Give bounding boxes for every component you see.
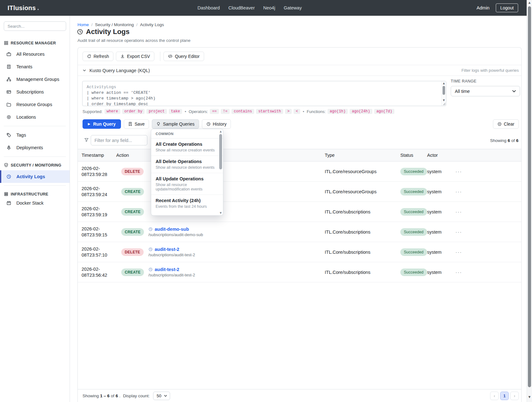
dropdown-item-all-delete[interactable]: All Delete Operations Show all resource … [151,156,223,173]
query-editor-button[interactable]: Query Editor [163,52,204,61]
sidebar-divider [4,126,66,126]
table-footer: Showing 1 – 6 of 6. Display count: 50 ‹ … [78,389,521,402]
logout-button[interactable]: Logout [496,3,518,12]
scroll-up-icon[interactable]: ▲ [219,130,222,133]
bullet-separator: • [185,109,186,114]
kql-query-textarea[interactable]: ActivityLogs | where action == 'CREATE' … [82,81,446,106]
topnav-neo4j[interactable]: Neo4j [263,5,275,10]
row-menu-button[interactable]: ··· [455,249,462,255]
col-status: Status [400,153,427,158]
kql-query-text: ActivityLogs | where action == 'CREATE' … [83,81,446,106]
scrollbar-thumb[interactable] [528,6,531,387]
sidebar-item-tenants[interactable]: Tenants [0,60,70,73]
dropdown-item-all-create[interactable]: All Create Operations Show all resource … [151,139,223,156]
sidebar-item-locations[interactable]: Locations [0,111,70,123]
scrollbar-thumb[interactable] [443,86,445,95]
breadcrumb-home[interactable]: Home [77,22,89,27]
topnav-gateway[interactable]: Gateway [284,5,302,10]
card-toolbar: Refresh Export CSV Query Editor [78,48,521,65]
save-query-button[interactable]: Save [124,119,149,129]
row-menu-button[interactable]: ··· [455,209,462,214]
chevron-down-icon [83,69,86,72]
refresh-button[interactable]: Refresh [83,52,113,61]
scroll-up-icon[interactable]: ▲ [527,1,532,4]
table-row: 2026-02-08T23:59:24 CREATE ITL.Core/reso… [78,182,521,202]
export-csv-button[interactable]: Export CSV [116,52,154,61]
sidebar-list: All Resources Tenants Management Groups … [0,48,70,154]
dropdown-item-title: All Update Operations [156,176,215,181]
resize-grip-icon[interactable] [442,102,446,105]
col-type: Type [325,153,400,158]
filter-input[interactable] [91,135,147,145]
footer-period: . [119,394,121,398]
topnav-cloudbeaver[interactable]: CloudBeaver [228,5,255,10]
run-query-button[interactable]: ▶ Run Query [83,119,121,129]
sidebar-item-management-groups[interactable]: Management Groups [0,73,70,86]
resource-link[interactable]: audit-test-2 [155,267,179,272]
kql-collapse-toggle[interactable]: Kusto Query Language (KQL) [83,68,150,73]
sidebar-item-subscriptions[interactable]: Subscriptions [0,86,70,98]
function-chip: ago(1h) [328,109,348,114]
dropdown-item-description: Show all resource deletion events [156,165,215,170]
resource-link[interactable]: audit-test-2 [155,247,179,252]
topnav-dashboard[interactable]: Dashboard [197,5,220,10]
clear-label: Clear [504,122,514,127]
shield-icon [4,163,9,167]
sample-queries-button[interactable]: Sample Queries [152,119,199,129]
dropdown-item-description: Show all resource update/modification ev… [156,183,215,191]
display-count-select[interactable]: 50 [153,392,170,400]
sidebar-item-label: Locations [16,115,36,120]
sidebar: RESOURCE MANAGER All Resources Tenants M… [0,16,70,402]
scroll-down-icon[interactable]: ▼ [219,212,222,214]
row-menu-button[interactable]: ··· [455,189,462,194]
dropdown-scrollbar[interactable]: ▲ ▼ [219,130,222,215]
next-page-button[interactable]: › [510,392,519,400]
action-badge: CREATE [121,208,144,216]
scroll-up-icon[interactable]: ▲ [442,82,446,85]
sidebar-item-all-resources[interactable]: All Resources [0,48,70,60]
cell-actor: system [427,209,455,214]
sidebar-search-input[interactable] [4,21,66,31]
dropdown-item-all-update[interactable]: All Update Operations Show all resource … [151,173,223,195]
row-menu-button[interactable]: ··· [455,269,462,275]
history-button[interactable]: History [202,119,231,129]
page-scrollbar[interactable]: ▲ ▼ [527,0,532,402]
sidebar-divider [4,156,66,157]
sidebar-item-tags[interactable]: Tags [0,129,70,141]
time-range-select[interactable]: All time [451,86,520,96]
kql-panel-header: Kusto Query Language (KQL) Filter logs w… [78,65,521,76]
activity-logs-page: ITlusions Dashboard CloudBeaver Neo4j Ga… [0,0,532,402]
resource-path: /subscriptions/audit-demo-sub [148,232,325,237]
sidebar-item-label: Management Groups [16,77,59,82]
sidebar-item-resource-groups[interactable]: Resource Groups [0,98,70,111]
clear-button[interactable]: Clear [493,119,519,129]
scroll-down-icon[interactable]: ▼ [442,99,446,102]
prev-page-button[interactable]: ‹ [490,392,499,400]
kql-supported-hints: Supported: where order by project take •… [83,109,394,114]
page-1-button[interactable]: 1 [500,392,509,400]
action-badge: CREATE [121,188,144,195]
sidebar-item-deployments[interactable]: Deployments [0,141,70,154]
col-actor: Actor [427,153,455,158]
row-menu-button[interactable]: ··· [455,169,462,174]
total-count: 6 [516,138,518,143]
query-line: ActivityLogs [87,85,116,89]
operators-label: Operators: [189,109,208,114]
dropdown-item-recent-activity[interactable]: Recent Activity (24h) Events from the la… [151,195,223,212]
cell-timestamp: 2026-02-08T23:57:10 [82,246,113,258]
lightbulb-icon [156,122,161,126]
query-line: | where action == 'CREATE' [87,90,151,95]
sidebar-item-label: Activity Logs [16,174,45,179]
sidebar-item-activity-logs[interactable]: Activity Logs [0,170,70,183]
resource-link[interactable]: audit-demo-sub [155,227,189,232]
row-menu-button[interactable]: ··· [455,229,462,235]
app-logo[interactable]: ITlusions [8,0,39,16]
refresh-icon [87,54,91,59]
scrollbar-thumb[interactable] [219,134,222,169]
clock-icon [77,29,83,35]
refresh-label: Refresh [94,54,109,59]
sidebar-item-docker-stack[interactable]: Docker Stack [0,197,70,209]
function-chip: ago(24h) [350,109,372,114]
scroll-down-icon[interactable]: ▼ [527,395,532,399]
table-body: 2026-02-08T23:59:28 DELETE ITL.Core/reso… [78,161,521,282]
